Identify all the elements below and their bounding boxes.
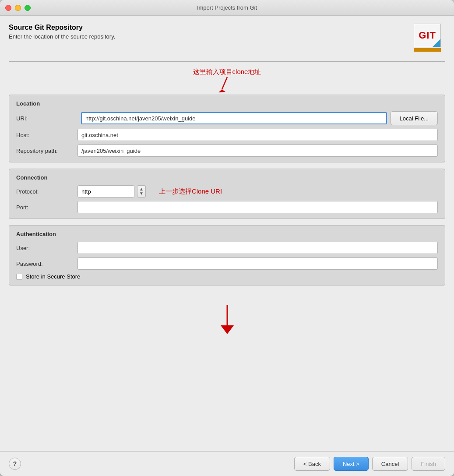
bottom-buttons: < Back Next > Cancel Finish: [294, 457, 445, 471]
annotation2-text: 上一步选择Clone URI: [159, 187, 222, 196]
svg-line-0: [222, 77, 227, 89]
back-button[interactable]: < Back: [294, 457, 330, 471]
port-label: Port:: [16, 204, 77, 211]
connection-title: Connection: [16, 174, 438, 181]
separator: [9, 61, 445, 62]
repo-path-input[interactable]: [77, 145, 438, 157]
host-row: Host:: [16, 129, 438, 141]
titlebar: Import Projects from Git: [0, 0, 454, 16]
arrow1-svg: [214, 77, 240, 95]
password-input[interactable]: [77, 257, 438, 270]
uri-label: URI:: [16, 115, 77, 122]
protocol-select: http ▲ ▼: [77, 185, 146, 197]
authentication-section: Authentication User: Password: Store in …: [9, 225, 445, 286]
protocol-row: Protocol: http ▲ ▼ 上一步选择Clone URI: [16, 185, 438, 197]
git-logo-box: GIT: [414, 24, 441, 47]
protocol-input-box: http: [77, 185, 134, 197]
annotation1-text: 这里输入项目clone地址: [193, 68, 261, 75]
store-row: Store in Secure Store: [16, 273, 438, 280]
window-title: Import Projects from Git: [197, 4, 257, 11]
next-button[interactable]: Next >: [334, 457, 369, 471]
content: Source Git Repository Enter the location…: [0, 16, 454, 451]
user-row: User:: [16, 242, 438, 254]
protocol-label: Protocol:: [16, 188, 77, 195]
annotation1-arrow: [9, 77, 445, 95]
help-button[interactable]: ?: [9, 458, 21, 470]
cancel-button[interactable]: Cancel: [372, 457, 408, 471]
annotation1-row: 这里输入项目clone地址: [9, 68, 445, 95]
svg-marker-3: [221, 325, 234, 334]
finish-button[interactable]: Finish: [412, 457, 445, 471]
user-label: User:: [16, 245, 77, 251]
location-section: Location URI: Local File... Host: Reposi…: [9, 95, 445, 162]
traffic-lights: [5, 5, 31, 11]
git-logo: GIT: [414, 24, 445, 55]
bottom-arrow-area: [9, 292, 445, 443]
close-button[interactable]: [5, 5, 11, 11]
minimize-button[interactable]: [15, 5, 21, 11]
header-title: Source Git Repository: [9, 24, 414, 32]
host-input[interactable]: [77, 129, 438, 141]
svg-marker-1: [218, 89, 225, 92]
port-row: Port:: [16, 201, 438, 213]
authentication-title: Authentication: [16, 231, 438, 237]
user-input[interactable]: [77, 242, 438, 254]
repo-path-row: Repository path:: [16, 145, 438, 157]
window: Import Projects from Git Source Git Repo…: [0, 0, 454, 476]
header: Source Git Repository Enter the location…: [9, 24, 445, 55]
uri-input[interactable]: [81, 112, 387, 124]
repo-path-label: Repository path:: [16, 148, 77, 154]
host-label: Host:: [16, 132, 77, 138]
uri-row: URI: Local File...: [16, 111, 438, 125]
password-label: Password:: [16, 261, 77, 267]
store-label: Store in Secure Store: [26, 273, 80, 280]
store-checkbox[interactable]: [16, 274, 22, 280]
arrow2-svg: [210, 303, 245, 338]
git-logo-underline: [414, 48, 441, 52]
protocol-value: http: [81, 188, 91, 195]
password-row: Password:: [16, 257, 438, 270]
local-file-button[interactable]: Local File...: [391, 111, 438, 125]
location-title: Location: [16, 100, 438, 107]
maximize-button[interactable]: [25, 5, 31, 11]
header-text: Source Git Repository Enter the location…: [9, 24, 414, 40]
protocol-arrows[interactable]: ▲ ▼: [137, 185, 146, 197]
port-input[interactable]: [77, 201, 438, 213]
header-subtitle: Enter the location of the source reposit…: [9, 33, 414, 40]
bottom-bar: ? < Back Next > Cancel Finish: [0, 451, 454, 476]
connection-section: Connection Protocol: http ▲ ▼ 上一步选择Clone…: [9, 169, 445, 219]
